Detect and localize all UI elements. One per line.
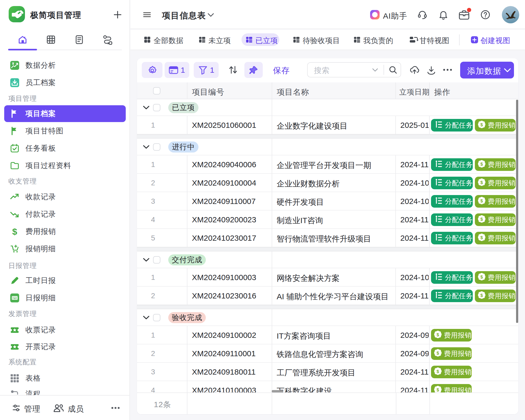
svg-text:¥: ¥ [12,61,14,66]
svg-text:$: $ [480,161,483,166]
svg-text:$: $ [480,274,483,279]
svg-text:$: $ [437,387,439,392]
svg-text:$: $ [437,369,439,374]
svg-text:$: $ [437,332,439,337]
svg-text:$: $ [480,122,483,127]
svg-text:$: $ [480,217,483,222]
svg-text:$: $ [480,180,483,185]
svg-text:$: $ [480,235,483,240]
svg-text:$: $ [437,350,439,355]
svg-text:$: $ [480,293,483,298]
svg-text:$: $ [480,198,483,203]
